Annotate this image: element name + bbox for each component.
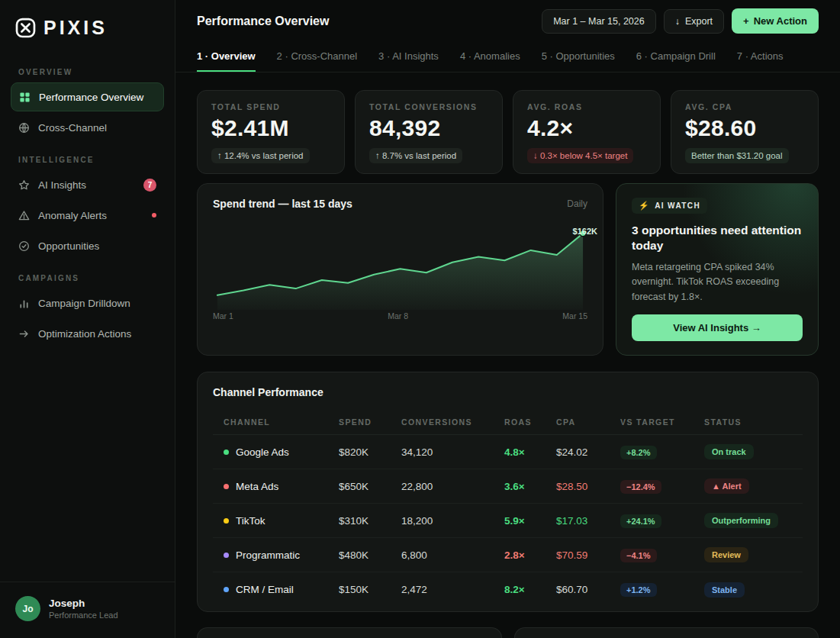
conversions-value: 6,800: [401, 549, 504, 561]
cpa-value: $60.70: [556, 584, 620, 595]
kpi-label: TOTAL SPEND: [211, 102, 330, 111]
tab-anomalies[interactable]: 4 · Anomalies: [460, 42, 520, 72]
date-range-button[interactable]: Mar 1 – Mar 15, 2026: [542, 9, 656, 34]
spend-value: $310K: [339, 515, 401, 527]
ai-watch-body: Meta retargeting CPA spiked 34% overnigh…: [632, 260, 803, 304]
lightning-icon: ⚡: [639, 201, 650, 211]
column-header-conversions: CONVERSIONS: [401, 417, 504, 427]
download-icon: ↓: [675, 16, 680, 27]
status-badge: Outperforming: [704, 513, 778, 528]
view-ai-insights-button[interactable]: View AI Insights →: [632, 314, 803, 341]
kpi-value: 4.2×: [527, 115, 646, 141]
ai-watch-card: ⚡ AI WATCH 3 opportunities need attentio…: [616, 183, 819, 356]
main-content: Performance Overview Mar 1 – Mar 15, 202…: [175, 0, 840, 638]
vs-target-badge: +1.2%: [620, 583, 657, 597]
table-row-meta-ads[interactable]: Meta Ads $650K 22,800 3.6× $28.50 −12.4%…: [213, 469, 803, 504]
status-badge: On track: [704, 444, 754, 459]
x-axis-ticks: Mar 1 Mar 8 Mar 15: [213, 311, 587, 321]
conversions-value: 2,472: [401, 584, 504, 595]
globe-icon: [18, 122, 30, 134]
kpi-badge: ↑ 12.4% vs last period: [211, 148, 310, 163]
x-tick: Mar 15: [562, 311, 587, 321]
roas-value: 2.8×: [504, 549, 556, 561]
kpi-label: TOTAL CONVERSIONS: [369, 102, 488, 111]
sidebar-item-cross-channel[interactable]: Cross-Channel: [11, 113, 164, 142]
grid-icon: [19, 92, 31, 103]
logo: PIXIS: [0, 0, 175, 54]
sidebar-item-opportunities[interactable]: Opportunities: [11, 231, 164, 260]
section-label-overview: OVERVIEW: [18, 68, 156, 76]
sidebar-item-label: Campaign Drilldown: [38, 298, 130, 309]
channel-name: Meta Ads: [236, 481, 278, 492]
table-row-crm-email[interactable]: CRM / Email $150K 2,472 8.2× $60.70 +1.2…: [213, 572, 803, 607]
table-row-programmatic[interactable]: Programmatic $480K 6,800 2.8× $70.59 −4.…: [213, 538, 803, 572]
sidebar: PIXIS OVERVIEW Performance Overview Cros…: [0, 0, 175, 638]
table-row-tiktok[interactable]: TikTok $310K 18,200 5.9× $17.03 +24.1% O…: [213, 504, 803, 538]
tab-ai-insights[interactable]: 3 · AI Insights: [378, 42, 439, 72]
tab-bar: 1 · Overview 2 · Cross-Channel 3 · AI In…: [175, 42, 840, 72]
section-label-intelligence: INTELLIGENCE: [18, 156, 156, 164]
table-row-google-ads[interactable]: Google Ads $820K 34,120 4.8× $24.02 +8.2…: [213, 435, 803, 469]
pixis-logo-icon: [15, 18, 36, 38]
topbar-actions: Mar 1 – Mar 15, 2026 ↓ Export + New Acti…: [542, 8, 819, 34]
channel-name: Programmatic: [236, 549, 300, 561]
kpi-label: AVG. ROAS: [527, 102, 646, 111]
plus-icon: +: [743, 15, 749, 27]
avatar: Jo: [15, 596, 40, 621]
roas-value: 5.9×: [504, 515, 556, 527]
roas-value: 8.2×: [504, 584, 556, 595]
section-label-campaigns: CAMPAIGNS: [18, 274, 156, 282]
user-role: Performance Lead: [49, 611, 118, 620]
kpi-label: AVG. CPA: [685, 102, 804, 111]
tab-cross-channel[interactable]: 2 · Cross-Channel: [277, 42, 358, 72]
anomaly-alert-dot: [152, 213, 156, 218]
sidebar-item-label: Cross-Channel: [38, 122, 107, 134]
page-title: Performance Overview: [197, 14, 329, 28]
card-stub-left: [197, 627, 502, 638]
kpi-badge: ↑ 8.7% vs last period: [369, 148, 462, 163]
ai-watch-title: 3 opportunities need attention today: [632, 223, 803, 254]
x-tick: Mar 1: [213, 311, 233, 321]
tab-opportunities[interactable]: 5 · Opportunities: [542, 42, 615, 72]
spend-trend-card: Spend trend — last 15 days Daily Mar 1 M…: [197, 183, 603, 356]
user-name: Joseph: [49, 598, 118, 609]
frequency-label: Daily: [567, 198, 587, 209]
cpa-value: $17.03: [556, 515, 620, 527]
conversions-value: 34,120: [401, 446, 504, 458]
sidebar-item-label: Anomaly Alerts: [38, 210, 107, 221]
kpi-badge: Better than $31.20 goal: [685, 148, 789, 163]
user-profile[interactable]: Jo Joseph Performance Lead: [0, 582, 175, 638]
channel-dot: [224, 484, 229, 489]
status-badge: ▲ Alert: [704, 478, 749, 494]
kpi-card-total-conversions: TOTAL CONVERSIONS 84,392 ↑ 8.7% vs last …: [355, 90, 503, 174]
channel-name: TikTok: [236, 515, 266, 527]
cpa-value: $24.02: [556, 446, 620, 458]
roas-value: 4.8×: [504, 446, 556, 458]
new-action-button[interactable]: + New Action: [732, 8, 819, 34]
sidebar-item-label: Performance Overview: [39, 92, 143, 103]
export-button[interactable]: ↓ Export: [664, 9, 724, 34]
sidebar-item-optimization-actions[interactable]: Optimization Actions: [11, 319, 164, 348]
vs-target-badge: −12.4%: [620, 480, 661, 494]
sidebar-item-ai-insights[interactable]: AI Insights 7: [11, 170, 164, 199]
top-bar: Performance Overview Mar 1 – Mar 15, 202…: [175, 0, 840, 42]
sidebar-item-campaign-drilldown[interactable]: Campaign Drilldown: [11, 288, 164, 317]
card-stub-right: [514, 627, 819, 638]
sidebar-item-performance-overview[interactable]: Performance Overview: [11, 82, 164, 111]
sidebar-item-label: AI Insights: [38, 179, 86, 191]
sidebar-nav: OVERVIEW Performance Overview Cross-Chan…: [0, 54, 175, 582]
sidebar-item-anomaly-alerts[interactable]: Anomaly Alerts: [11, 201, 164, 230]
status-badge: Review: [704, 547, 748, 562]
kpi-row: TOTAL SPEND $2.41M ↑ 12.4% vs last perio…: [197, 90, 819, 174]
spend-value: $650K: [339, 481, 401, 492]
tab-overview[interactable]: 1 · Overview: [197, 42, 256, 72]
channel-dot: [224, 518, 229, 524]
vs-target-badge: −4.1%: [620, 549, 657, 562]
channel-dot: [224, 553, 229, 558]
peak-value-label: $162K: [573, 227, 597, 236]
tab-actions[interactable]: 7 · Actions: [737, 42, 784, 72]
kpi-value: $28.60: [685, 115, 804, 141]
tab-campaign-drill[interactable]: 6 · Campaign Drill: [636, 42, 716, 72]
new-action-label: New Action: [754, 15, 807, 27]
conversions-value: 22,800: [401, 481, 504, 492]
